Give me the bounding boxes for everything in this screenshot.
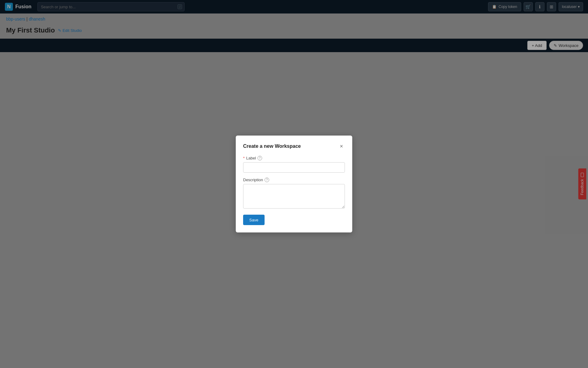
description-text: Description (243, 178, 263, 182)
description-form-group: Description ? (243, 178, 345, 210)
modal-title: Create a new Workspace (243, 144, 301, 149)
label-field-label: * Label ? (243, 156, 345, 160)
label-form-group: * Label ? (243, 156, 345, 173)
save-button[interactable]: Save (243, 215, 265, 225)
modal-header: Create a new Workspace × (243, 143, 345, 150)
create-workspace-modal: Create a new Workspace × * Label ? Descr… (236, 136, 352, 232)
modal-close-button[interactable]: × (338, 143, 345, 150)
label-input[interactable] (243, 162, 345, 173)
description-field-label: Description ? (243, 178, 345, 182)
description-textarea[interactable] (243, 184, 345, 209)
label-info-icon: ? (258, 156, 262, 160)
label-text: Label (246, 156, 256, 160)
modal-overlay: Create a new Workspace × * Label ? Descr… (0, 0, 588, 368)
description-info-icon: ? (265, 178, 269, 182)
required-star: * (243, 156, 245, 160)
